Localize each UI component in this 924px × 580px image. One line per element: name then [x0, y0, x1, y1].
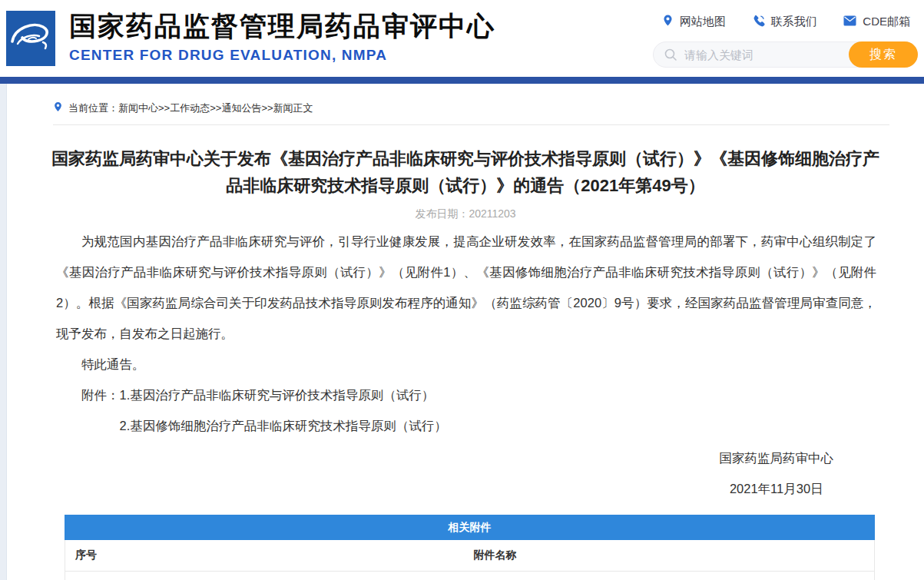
sitemap-link-label: 网站地图	[680, 15, 726, 29]
header-right: 网站地图 联系我们	[653, 0, 918, 68]
publish-date-label: 发布日期：	[415, 207, 469, 220]
signature-date: 2021年11月30日	[720, 473, 834, 504]
signature-org: 国家药监局药审中心	[720, 442, 834, 473]
article: 国家药监局药审中心关于发布《基因治疗产品非临床研究与评价技术指导原则（试行）》《…	[7, 145, 924, 504]
article-paragraph: 附件：1.基因治疗产品非临床研究与评价技术指导原则（试行）	[56, 379, 876, 410]
breadcrumb-path: 新闻中心>>工作动态>>通知公告>>新闻正文	[118, 101, 313, 115]
content-card: 当前位置： 新闻中心>>工作动态>>通知公告>>新闻正文 国家药监局药审中心关于…	[6, 84, 924, 580]
article-paragraph: 特此通告。	[56, 349, 876, 379]
cde-logo-icon	[6, 11, 55, 66]
phone-icon	[753, 15, 765, 29]
breadcrumb: 当前位置： 新闻中心>>工作动态>>通知公告>>新闻正文	[53, 84, 889, 125]
attachments-table-body: 1基因治疗产品非临床研究与评价技术指导原则（试行）.pdf2基因修饰细胞治疗产品…	[65, 572, 875, 580]
site-header: 国家药品监督管理局药品审评中心 CENTER FOR DRUG EVALUATI…	[0, 0, 924, 77]
site-titles: 国家药品监督管理局药品审评中心 CENTER FOR DRUG EVALUATI…	[69, 9, 495, 64]
contact-link[interactable]: 联系我们	[753, 14, 817, 29]
mail-icon	[843, 15, 856, 28]
article-body: 为规范国内基因治疗产品非临床研究与评价，引导行业健康发展，提高企业研发效率，在国…	[56, 226, 876, 441]
article-paragraph: 2.基因修饰细胞治疗产品非临床研究技术指导原则（试行）	[56, 410, 876, 441]
breadcrumb-link[interactable]: 工作动态	[170, 102, 210, 114]
breadcrumb-separator: >>	[210, 102, 221, 114]
content-background: 当前位置： 新闻中心>>工作动态>>通知公告>>新闻正文 国家药监局药审中心关于…	[0, 84, 924, 580]
quick-links: 网站地图 联系我们	[662, 14, 910, 29]
search-icon	[664, 48, 677, 65]
search-bar: 搜索	[653, 41, 918, 68]
attachments-header-row: 序号 附件名称	[65, 540, 875, 572]
attachment-number: 1	[65, 572, 117, 580]
sitemap-link[interactable]: 网站地图	[662, 14, 726, 29]
cde-logo	[6, 11, 55, 66]
breadcrumb-prefix: 当前位置：	[68, 101, 118, 115]
table-row: 1基因治疗产品非临床研究与评价技术指导原则（试行）.pdf	[65, 572, 875, 580]
attachments-table: 序号 附件名称 1基因治疗产品非临床研究与评价技术指导原则（试行）.pdf2基因…	[65, 540, 875, 580]
site-title: 国家药品监督管理局药品审评中心	[69, 9, 495, 43]
page-title: 国家药监局药审中心关于发布《基因治疗产品非临床研究与评价技术指导原则（试行）》《…	[49, 145, 882, 199]
article-paragraph: 为规范国内基因治疗产品非临床研究与评价，引导行业健康发展，提高企业研发效率，在国…	[56, 226, 876, 349]
breadcrumb-link[interactable]: 新闻正文	[273, 102, 313, 114]
attachments-section: 相关附件 序号 附件名称 1基因治疗产品非临床研究与评价技术指导原则（试行）.p…	[65, 515, 875, 580]
mailbox-link[interactable]: CDE邮箱	[843, 14, 910, 29]
breadcrumb-separator: >>	[261, 102, 273, 114]
map-pin-icon	[662, 14, 674, 29]
column-header-no: 序号	[65, 540, 117, 572]
location-pin-icon	[53, 101, 68, 115]
publish-date-value: 20211203	[469, 207, 515, 220]
column-header-name: 附件名称	[116, 540, 875, 572]
contact-link-label: 联系我们	[771, 15, 817, 29]
publish-date: 发布日期：20211203	[7, 207, 924, 221]
breadcrumb-link[interactable]: 通知公告	[221, 102, 261, 114]
breadcrumb-separator: >>	[158, 102, 170, 114]
breadcrumb-link[interactable]: 新闻中心	[118, 102, 158, 114]
nav-bar	[0, 77, 924, 84]
page: 国家药品监督管理局药品审评中心 CENTER FOR DRUG EVALUATI…	[0, 0, 924, 580]
mailbox-link-label: CDE邮箱	[863, 15, 910, 29]
site-subtitle: CENTER FOR DRUG EVALUATION, NMPA	[69, 47, 495, 64]
search-button[interactable]: 搜索	[849, 41, 918, 68]
signature-block: 国家药监局药审中心 2021年11月30日	[720, 442, 834, 504]
attachments-title: 相关附件	[65, 515, 875, 540]
attachment-name-cell: 基因治疗产品非临床研究与评价技术指导原则（试行）.pdf	[116, 572, 875, 580]
